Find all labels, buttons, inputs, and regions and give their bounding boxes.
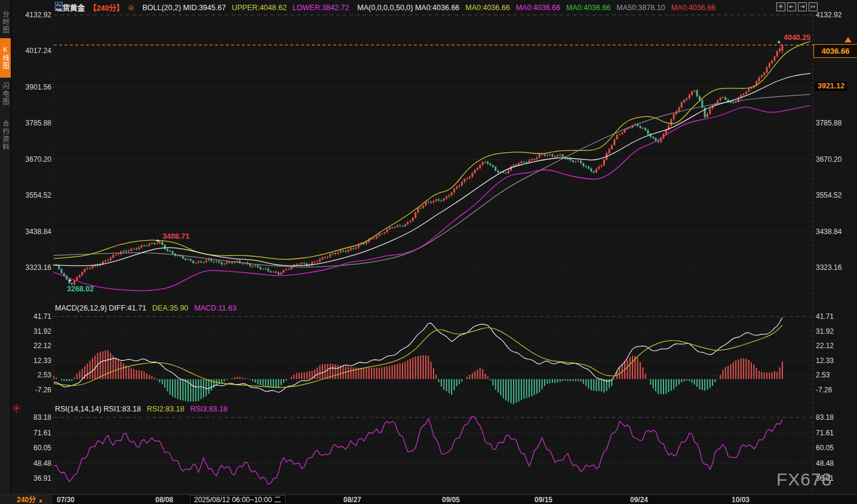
macd-indicator-bar: MACD(26,12,9) DIFF:41.71DEA:35.90MACD:11… <box>55 304 236 312</box>
y-axis-label: 2.53 <box>18 371 51 379</box>
macd-panel <box>54 318 782 404</box>
price-up-arrow-icon <box>844 37 852 42</box>
y-axis-label: 31.92 <box>18 327 51 336</box>
secondary-price-tag: 3921.12 <box>815 82 847 91</box>
y-axis-label: 3785.88 <box>816 119 841 127</box>
y-axis-label: 3554.52 <box>816 191 841 199</box>
y-axis-label: 60.05 <box>816 444 834 452</box>
rsi-indicator-bar: RSI(14,14,14) RSI1:83.18RSI2:83.18RSI3:8… <box>55 405 228 413</box>
rsi-value: RSI2:83.18 <box>147 405 185 413</box>
y-axis-label: -7.26 <box>18 386 51 394</box>
y-axis-label: 3670.20 <box>18 155 51 164</box>
current-price-tag: 4036.66 <box>813 44 857 58</box>
y-axis-label: 71.61 <box>816 429 834 437</box>
y-axis-label: -7.26 <box>816 386 832 394</box>
collapse-indicator-icon[interactable]: ⊖ <box>128 4 134 12</box>
ma-value: MA50:3878.10 <box>616 4 665 12</box>
x-axis-date-label: 08/27 <box>343 496 361 504</box>
ma-values: MA(0,0,0,0,50,0) MA0:4036.66MA0:4036.66M… <box>357 4 715 12</box>
y-axis-label: 12.33 <box>18 357 51 365</box>
chart-window: 分时图K线图闪电图合约资料 现货黄金 【240分】 ⊖ BOLL(20,2) M… <box>0 0 857 504</box>
swing-high-annotation: 3408.71 <box>162 232 189 241</box>
ma-value: MA0:4036.66 <box>465 4 509 12</box>
swing-low-annotation: 3268.02 <box>67 285 94 293</box>
sidebar: 分时图K线图闪电图合约资料 <box>0 0 11 504</box>
x-axis-date-label: 09/24 <box>630 496 648 504</box>
y-axis-label: 36.91 <box>18 474 51 483</box>
boll-value: LOWER:3842.72 <box>293 4 349 12</box>
main-indicator-bar: 现货黄金 【240分】 ⊖ BOLL(20,2) MID:3945.67UPPE… <box>55 2 715 13</box>
sidebar-item-kline-chart[interactable]: K线图 <box>0 38 11 78</box>
candles-layer <box>53 44 784 285</box>
session-high-marker: + <box>777 38 781 45</box>
y-axis-label: 3554.52 <box>18 191 51 199</box>
y-axis-label: 31.92 <box>816 327 834 336</box>
y-axis-label: 3901.56 <box>18 83 51 91</box>
brand-watermark: FX678 <box>776 469 832 490</box>
pan-right-icon[interactable]: ↦ <box>809 2 818 11</box>
sidebar-item-time-chart[interactable]: 分时图 <box>0 2 11 42</box>
gridlines <box>0 15 857 494</box>
y-axis-label: 3323.16 <box>18 263 51 272</box>
timeframe-indicator[interactable]: 240分 ▲ <box>0 495 53 504</box>
boll-value: BOLL(20,2) MID:3945.67 <box>142 4 226 12</box>
swing-high-marker: + <box>156 237 159 244</box>
chart-toolbar: ✛⇤⇥↦ <box>776 2 818 11</box>
timeframe-up-icon: ▲ <box>38 497 43 503</box>
ma-value: MA0:4036.66 <box>671 4 715 12</box>
scale-right-icon[interactable]: ⇥ <box>798 2 807 11</box>
y-axis-label: 4017.24 <box>18 47 51 55</box>
y-axis-label: 12.33 <box>816 357 834 365</box>
x-axis-date-label: 08/08 <box>155 496 173 504</box>
y-axis-label: 4132.92 <box>18 11 51 19</box>
session-high-annotation: 4040.25 <box>784 33 810 42</box>
y-axis-label: 3323.16 <box>816 263 841 272</box>
y-axis-label: 83.18 <box>18 413 51 422</box>
y-axis-label: 4132.92 <box>816 11 841 19</box>
period-label: 【240分】 <box>89 2 124 13</box>
sidebar-item-contract-info[interactable]: 合约资料 <box>0 110 11 161</box>
y-axis-label: 3785.88 <box>18 119 51 127</box>
x-axis-date-label: 07/30 <box>57 496 75 504</box>
ma-value: MA(0,0,0,0,50,0) MA0:4036.66 <box>357 4 459 12</box>
x-axis-date-label: 10/03 <box>732 496 750 504</box>
y-axis-label: 48.48 <box>18 459 51 468</box>
rsi-panel <box>54 416 782 484</box>
timeframe-label: 240分 <box>17 496 36 504</box>
y-axis-label: 71.61 <box>18 429 51 437</box>
y-axis-label: 83.18 <box>816 413 834 422</box>
time-axis-bar: 240分 ▲ 07/3008/0808/2709/0509/1509/2410/… <box>0 494 857 504</box>
boll-values: BOLL(20,2) MID:3945.67UPPER:4048.62LOWER… <box>142 4 349 12</box>
y-axis-label: 60.05 <box>18 444 51 452</box>
rsi-value: RSI3:83.18 <box>190 405 228 413</box>
crosshair-date-label: 2025/08/12 06:00~10:00 二 <box>190 495 285 504</box>
chart-canvas[interactable] <box>0 0 857 504</box>
scale-left-icon[interactable]: ⇤ <box>787 2 796 11</box>
macd-value: DEA:35.90 <box>152 304 188 312</box>
y-axis-label: 48.48 <box>816 459 834 468</box>
macd-value: MACD(26,12,9) DIFF:41.71 <box>55 304 146 312</box>
boll-value: UPPER:4048.62 <box>232 4 287 12</box>
y-axis-label: 22.12 <box>18 342 51 350</box>
y-axis-label: 2.53 <box>816 371 830 379</box>
y-axis-label: 22.12 <box>816 342 834 350</box>
y-axis-label: 41.71 <box>816 312 834 321</box>
ma-value: MA0:4036.66 <box>566 4 610 12</box>
x-axis-date-label: 09/15 <box>535 496 552 504</box>
sidebar-item-flash-chart[interactable]: 闪电图 <box>0 74 11 113</box>
ma-value: MA0:4036.66 <box>516 4 560 12</box>
x-axis-date-label: 09/05 <box>442 496 460 504</box>
y-axis-label: 41.71 <box>18 312 51 321</box>
y-axis-label: 3438.84 <box>816 228 841 236</box>
crosshair-tool-icon[interactable]: ✛ <box>776 2 785 11</box>
macd-value: MACD:11.63 <box>194 304 236 312</box>
y-axis-label: 3438.84 <box>18 228 51 236</box>
rsi-value: RSI(14,14,14) RSI1:83.18 <box>55 405 141 413</box>
swing-low-marker: + <box>68 276 72 284</box>
bollinger-ma-lines <box>54 41 810 291</box>
y-axis-label: 3670.20 <box>816 155 841 164</box>
